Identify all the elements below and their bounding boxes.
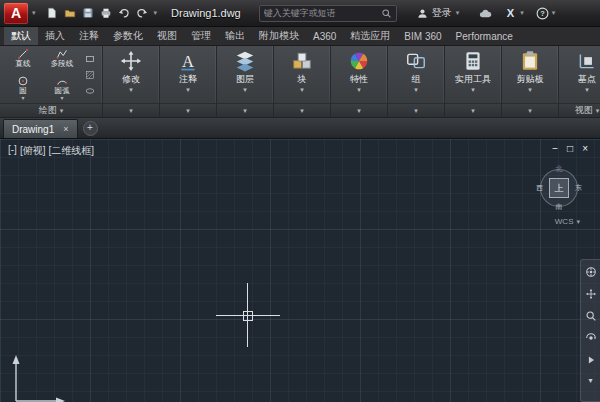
rectangle-icon[interactable] bbox=[85, 54, 95, 64]
annotation-button[interactable]: A注释▾ bbox=[164, 48, 212, 94]
dropdown-arrow-icon[interactable]: ▾ bbox=[129, 86, 133, 94]
dropdown-arrow-icon[interactable]: ▾ bbox=[414, 86, 418, 94]
panel-expand-icon[interactable]: ▾ bbox=[60, 107, 64, 115]
open-folder-icon[interactable] bbox=[64, 7, 76, 19]
panel-expand-icon[interactable]: ▾ bbox=[300, 107, 304, 115]
file-tab-drawing1[interactable]: Drawing1 × bbox=[3, 119, 78, 138]
tab-featured-apps[interactable]: 精选应用 bbox=[343, 27, 397, 45]
sign-in-button[interactable]: 登录 ▾ bbox=[417, 6, 460, 20]
navbar-more-icon[interactable]: ▾ bbox=[588, 376, 592, 385]
app-menu-arrow-icon[interactable]: ▾ bbox=[32, 9, 36, 17]
viewcube[interactable]: 北 西 东 南 上 bbox=[536, 165, 582, 211]
tab-insert[interactable]: 插入 bbox=[38, 27, 72, 45]
modify-panel-title[interactable]: ▾ bbox=[103, 103, 159, 117]
tab-bim360[interactable]: BIM 360 bbox=[397, 27, 448, 45]
tab-manage[interactable]: 管理 bbox=[184, 27, 218, 45]
pan-icon[interactable] bbox=[585, 288, 597, 300]
search-box[interactable]: 键入关键字或短语 bbox=[259, 5, 397, 22]
panel-expand-icon[interactable]: ▾ bbox=[129, 107, 133, 115]
panel-expand-icon[interactable]: ▾ bbox=[243, 107, 247, 115]
view-panel-title[interactable]: 视图▾ bbox=[559, 103, 600, 117]
plot-icon[interactable] bbox=[100, 7, 112, 19]
help-button[interactable]: ?▾ bbox=[536, 7, 556, 20]
panel-expand-icon[interactable]: ▾ bbox=[596, 107, 600, 115]
close-tab-icon[interactable]: × bbox=[63, 125, 68, 134]
tab-addins[interactable]: 附加模块 bbox=[252, 27, 306, 45]
dropdown-arrow-icon[interactable]: ▾ bbox=[528, 86, 532, 94]
orbit-icon[interactable] bbox=[585, 332, 597, 344]
visual-style-control[interactable]: [二维线框] bbox=[47, 144, 95, 158]
connect-button[interactable] bbox=[479, 7, 492, 20]
panel-expand-icon[interactable]: ▾ bbox=[414, 107, 418, 115]
undo-icon[interactable] bbox=[118, 7, 130, 19]
dropdown-arrow-icon[interactable]: ▾ bbox=[357, 86, 361, 94]
layers-panel-title[interactable]: ▾ bbox=[217, 103, 273, 117]
modify-button[interactable]: 修改▾ bbox=[107, 48, 155, 94]
dropdown-arrow-icon[interactable]: ▾ bbox=[471, 86, 475, 94]
view-panel: 基点▾视图▾ bbox=[559, 46, 600, 117]
panel-expand-icon[interactable]: ▾ bbox=[186, 107, 190, 115]
viewcube-south-label[interactable]: 南 bbox=[556, 202, 563, 212]
arc-button[interactable]: 圆弧▾ bbox=[43, 75, 81, 101]
base-point-button[interactable]: 基点▾ bbox=[563, 48, 600, 94]
minimize-viewport-icon[interactable]: − bbox=[552, 143, 558, 154]
tab-performance[interactable]: Performance bbox=[449, 27, 520, 45]
steering-wheel-icon[interactable] bbox=[585, 266, 597, 278]
search-icon[interactable] bbox=[381, 8, 392, 19]
tab-annotate[interactable]: 注释 bbox=[72, 27, 106, 45]
new-tab-button[interactable]: + bbox=[83, 121, 98, 136]
viewcube-west-label[interactable]: 西 bbox=[536, 183, 543, 193]
viewcube-north-label[interactable]: 北 bbox=[556, 164, 563, 174]
circle-button-label: 圆 bbox=[19, 87, 27, 95]
zoom-icon[interactable] bbox=[585, 310, 597, 322]
block-button[interactable]: 块▾ bbox=[278, 48, 326, 94]
showmotion-icon[interactable] bbox=[585, 354, 597, 366]
dropdown-arrow-icon[interactable]: ▾ bbox=[60, 95, 63, 101]
panel-expand-icon[interactable]: ▾ bbox=[528, 107, 532, 115]
ellipse-icon[interactable] bbox=[85, 86, 95, 96]
dropdown-arrow-icon[interactable]: ▾ bbox=[585, 86, 589, 94]
view-control[interactable]: [俯视] bbox=[19, 144, 47, 158]
tab-a360[interactable]: A360 bbox=[306, 27, 343, 45]
annotation-panel-title[interactable]: ▾ bbox=[160, 103, 216, 117]
panel-expand-icon[interactable]: ▾ bbox=[357, 107, 361, 115]
clipboard-button[interactable]: 剪贴板▾ bbox=[506, 48, 554, 94]
polyline-button[interactable]: 多段线 bbox=[43, 48, 81, 68]
dropdown-arrow-icon[interactable]: ▾ bbox=[243, 86, 247, 94]
save-icon[interactable] bbox=[82, 7, 94, 19]
clipboard-panel-title[interactable]: ▾ bbox=[502, 103, 558, 117]
restore-viewport-icon[interactable]: □ bbox=[567, 143, 573, 154]
draw-panel-title[interactable]: 绘图▾ bbox=[0, 103, 102, 117]
tab-view[interactable]: 视图 bbox=[150, 27, 184, 45]
panel-expand-icon[interactable]: ▾ bbox=[471, 107, 475, 115]
close-viewport-icon[interactable]: × bbox=[582, 143, 588, 154]
utilities-panel-title[interactable]: ▾ bbox=[445, 103, 501, 117]
tab-output[interactable]: 输出 bbox=[218, 27, 252, 45]
properties-panel-title[interactable]: ▾ bbox=[331, 103, 387, 117]
layers-button[interactable]: 图层▾ bbox=[221, 48, 269, 94]
circle-button[interactable]: 圆▾ bbox=[4, 75, 42, 101]
tab-parametric[interactable]: 参数化 bbox=[106, 27, 150, 45]
viewport-menu-control[interactable]: [-] bbox=[7, 144, 18, 158]
redo-icon[interactable] bbox=[136, 7, 148, 19]
groups-button[interactable]: 组▾ bbox=[392, 48, 440, 94]
dropdown-arrow-icon[interactable]: ▾ bbox=[300, 86, 304, 94]
block-panel-title[interactable]: ▾ bbox=[274, 103, 330, 117]
new-file-icon[interactable] bbox=[46, 7, 58, 19]
drawing-area[interactable]: [-][俯视][二维线框] −□× 北 西 东 南 上 WCS ▾ ▾ bbox=[0, 139, 600, 402]
hatch-icon[interactable] bbox=[85, 70, 95, 80]
viewcube-east-label[interactable]: 东 bbox=[575, 183, 582, 193]
exchange-button[interactable]: X▾ bbox=[504, 7, 524, 20]
groups-panel-title[interactable]: ▾ bbox=[388, 103, 444, 117]
dropdown-arrow-icon[interactable]: ▾ bbox=[186, 86, 190, 94]
viewcube-top-face[interactable]: 上 bbox=[549, 178, 569, 198]
wcs-menu[interactable]: WCS ▾ bbox=[555, 217, 580, 226]
sign-in-label: 登录 bbox=[432, 6, 452, 20]
qat-dropdown-icon[interactable]: ▾ bbox=[154, 9, 158, 17]
app-menu-button[interactable]: A bbox=[4, 3, 28, 24]
properties-button[interactable]: 特性▾ bbox=[335, 48, 383, 94]
dropdown-arrow-icon[interactable]: ▾ bbox=[21, 95, 24, 101]
tab-home[interactable]: 默认 bbox=[4, 27, 38, 45]
line-button[interactable]: 直线 bbox=[4, 48, 42, 68]
utilities-button[interactable]: 实用工具▾ bbox=[449, 48, 497, 94]
